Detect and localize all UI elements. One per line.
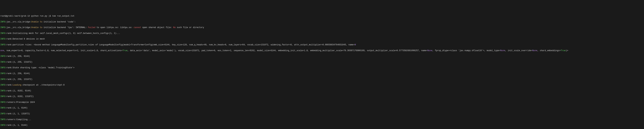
- log-text: , shard_embeddings=: [538, 49, 561, 52]
- log-line: INFO:jax._src.xla_bridge:Unable to initi…: [0, 20, 644, 23]
- log-text: :rank:(1, 1, 6144): [5, 107, 28, 109]
- log-text: :rank:(1, 8192, 131072): [5, 95, 34, 98]
- log-loading: Loading: [13, 84, 21, 86]
- log-level: INFO: [0, 26, 5, 29]
- log-level: INFO: [0, 32, 5, 35]
- log-error: cannot: [134, 26, 141, 29]
- log-text: open shared object file:: [141, 26, 173, 29]
- log-line: INFO:rank:(1, 256, 6144): [0, 55, 644, 58]
- log-text: to open libtpu.so: libtpu.so:: [96, 26, 134, 29]
- log-text: :runners:Compiling...: [5, 118, 31, 121]
- prompt-user-host: root@grok1: [0, 15, 13, 17]
- log-level: INFO: [0, 118, 5, 121]
- log-text: , data_axis='data', model_axis='model'),…: [128, 49, 428, 52]
- log-text: , fprop_dtype=<class 'jax.numpy.bfloat16…: [432, 49, 500, 52]
- log-line: INFO:rank:State sharding type: <class 'm…: [0, 66, 644, 69]
- log-level: INFO: [0, 107, 5, 109]
- log-level: INFO: [0, 90, 5, 92]
- terminal-output: root@grok1:/work/grok-1# python run.py |…: [0, 12, 644, 129]
- log-level: INFO: [0, 101, 5, 104]
- log-text: :rank:Initializing mesh for self.local_m…: [5, 32, 120, 35]
- log-text: initialize backend 'tpu': INTERNAL:: [42, 26, 88, 29]
- log-value-true: True: [561, 49, 566, 52]
- log-error: No: [173, 26, 176, 29]
- log-line: INFO:rank:(1, 8192, 6144): [0, 90, 644, 92]
- log-line: INFO:rank:(1, 1, 6144): [0, 124, 644, 127]
- log-line-partition-cont: one, num_experts=8, capacity_factor=1.0,…: [0, 49, 644, 52]
- log-line: INFO:rank:(1, 256, 131072): [0, 61, 644, 64]
- log-line: INFO:rank:(1, 1, 6144): [0, 107, 644, 110]
- log-text: :rank:(1, 8192, 6144): [5, 90, 31, 92]
- log-level: INFO: [0, 95, 5, 98]
- log-level: INFO: [0, 67, 5, 69]
- log-level: INFO: [0, 124, 5, 127]
- log-text: :rank:partition rules: <bound method Lan…: [5, 44, 355, 46]
- log-text: )>: [566, 49, 568, 52]
- log-line: INFO:rank:Loading checkpoint at ./checkp…: [0, 84, 644, 87]
- log-text: :rank:(1, 1, 131072): [5, 113, 30, 115]
- log-value-none: None: [428, 49, 432, 52]
- log-value-none: None: [532, 49, 538, 52]
- log-text: :rank:: [5, 84, 13, 86]
- log-module: :jax._src.xla_bridge:: [5, 21, 31, 23]
- log-line-partition: INFO:rank:partition rules: <bound method…: [0, 43, 644, 46]
- log-text: :rank:(1, 1, 6144): [5, 124, 28, 127]
- log-level: INFO: [0, 61, 5, 63]
- log-text: :rank:(1, 256, 131072): [5, 61, 32, 63]
- log-text: checkpoint at ./checkpoints/ckpt-0: [21, 84, 64, 86]
- log-warn: Unable to: [31, 26, 42, 29]
- log-level: INFO: [0, 55, 5, 57]
- log-level: INFO: [0, 72, 5, 75]
- log-level: INFO: [0, 84, 5, 86]
- log-value-true: True: [122, 49, 128, 52]
- log-value: one: [0, 49, 4, 52]
- log-level: INFO: [0, 38, 5, 40]
- log-level: INFO: [0, 113, 5, 115]
- log-text: such file or directory: [176, 26, 204, 29]
- log-module: :jax._src.xla_bridge:: [5, 26, 31, 29]
- log-text: :rank:(1, 256, 6144): [5, 55, 30, 57]
- log-text: , num_experts=8, capacity_factor=1.0, nu…: [4, 49, 122, 52]
- shell-prompt-line: root@grok1:/work/grok-1# python run.py |…: [0, 15, 644, 18]
- log-line: INFO:runners:Compiling...: [0, 118, 644, 121]
- shell-command: python run.py |& tee run_output.txt: [30, 15, 74, 17]
- log-line: INFO:runners:Precompile 1024: [0, 101, 644, 104]
- log-text: :runners:Precompile 1024: [5, 101, 35, 104]
- log-text: initialize backend 'cuda':: [42, 21, 76, 23]
- log-level: INFO: [0, 44, 5, 46]
- log-line: INFO:rank:Detected 8 devices in mesh: [0, 38, 644, 41]
- log-line: INFO:rank:(1, 256, 131072): [0, 78, 644, 81]
- log-text: :rank:(1, 256, 6144): [5, 72, 30, 75]
- log-text: :rank:State sharding type: <class 'model…: [5, 67, 74, 69]
- log-line: INFO:rank:(1, 256, 6144): [0, 72, 644, 75]
- log-error: Failed: [88, 26, 95, 29]
- log-level: INFO: [0, 21, 5, 23]
- log-text: :rank:(1, 256, 131072): [5, 78, 32, 81]
- log-line: INFO:rank:(1, 1, 131072): [0, 112, 644, 115]
- log-line: INFO:rank:Initializing mesh for self.loc…: [0, 32, 644, 35]
- log-value-none: None: [500, 49, 505, 52]
- prompt-path: :/work/grok-1#: [13, 15, 30, 17]
- log-level: INFO: [0, 78, 5, 81]
- log-value: N: [355, 44, 356, 46]
- log-text: , init_scale_override=: [505, 49, 532, 52]
- log-line: INFO:jax._src.xla_bridge:Unable to initi…: [0, 26, 644, 29]
- log-line: INFO:rank:(1, 8192, 131072): [0, 95, 644, 98]
- log-warn: Unable to: [31, 21, 42, 23]
- log-text: :rank:Detected 8 devices in mesh: [5, 38, 45, 40]
